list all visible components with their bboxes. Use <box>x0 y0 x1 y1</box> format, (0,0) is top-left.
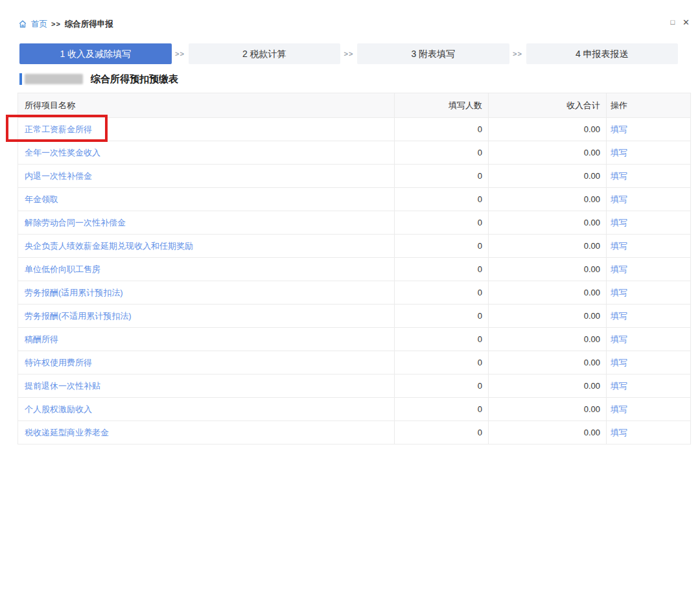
income-total-value: 0.00 <box>489 141 607 165</box>
table-row: 年金领取 0 0.00 填写 <box>18 188 691 211</box>
table-body: 正常工资薪金所得 0 0.00 填写 全年一次性奖金收入 0 0.00 填写 内… <box>18 118 691 444</box>
step-separator-icon: >> <box>509 50 526 58</box>
fill-count-value: 0 <box>395 351 489 375</box>
income-item-link[interactable]: 劳务报酬(适用累计预扣法) <box>25 288 123 297</box>
income-total-value: 0.00 <box>489 328 607 351</box>
fill-count-value: 0 <box>395 398 489 421</box>
income-item-link[interactable]: 个人股权激励收入 <box>25 404 92 414</box>
step-tab-income-fill[interactable]: 1 收入及减除填写 <box>19 43 172 64</box>
close-window-icon[interactable]: ✕ <box>682 18 690 27</box>
table-row: 税收递延型商业养老金 0 0.00 填写 <box>18 421 691 444</box>
step-tab-report-submit[interactable]: 4 申报表报送 <box>526 43 679 64</box>
fill-count-value: 0 <box>395 328 489 351</box>
window-controls: □ ✕ <box>670 18 690 27</box>
fill-action-link[interactable]: 填写 <box>611 428 627 437</box>
fill-count-value: 0 <box>395 258 489 281</box>
fill-count-value: 0 <box>395 188 489 211</box>
income-item-link[interactable]: 稿酬所得 <box>25 334 58 344</box>
step-tab-schedule-fill[interactable]: 3 附表填写 <box>357 43 509 64</box>
column-header-income-total: 收入合计 <box>489 93 607 118</box>
table-row: 全年一次性奖金收入 0 0.00 填写 <box>18 141 691 165</box>
fill-count-value: 0 <box>395 421 489 444</box>
income-item-link[interactable]: 正常工资薪金所得 <box>25 124 92 134</box>
fill-count-value: 0 <box>395 118 489 141</box>
income-item-link[interactable]: 特许权使用费所得 <box>25 358 92 367</box>
income-item-link[interactable]: 单位低价向职工售房 <box>25 264 100 274</box>
column-header-fill-count: 填写人数 <box>395 93 489 118</box>
fill-action-link[interactable]: 填写 <box>611 358 627 367</box>
fill-action-link[interactable]: 填写 <box>611 218 627 227</box>
fill-count-value: 0 <box>395 305 489 328</box>
fill-action-link[interactable]: 填写 <box>611 148 627 157</box>
income-total-value: 0.00 <box>489 375 607 398</box>
fill-action-link[interactable]: 填写 <box>611 194 627 204</box>
home-icon <box>18 19 27 29</box>
step-wizard: 1 收入及减除填写 >> 2 税款计算 >> 3 附表填写 >> 4 申报表报送 <box>19 43 678 64</box>
income-total-value: 0.00 <box>489 258 607 281</box>
income-item-link[interactable]: 年金领取 <box>25 194 58 204</box>
column-header-item-name: 所得项目名称 <box>18 93 395 118</box>
breadcrumb: 首页 >> 综合所得申报 <box>18 18 113 30</box>
fill-action-link[interactable]: 填写 <box>611 171 627 181</box>
table-row: 央企负责人绩效薪金延期兑现收入和任期奖励 0 0.00 填写 <box>18 235 691 258</box>
fill-count-value: 0 <box>395 235 489 258</box>
fill-action-link[interactable]: 填写 <box>611 264 627 274</box>
table-row: 特许权使用费所得 0 0.00 填写 <box>18 351 691 375</box>
fill-count-value: 0 <box>395 141 489 165</box>
step-tab-tax-calc[interactable]: 2 税款计算 <box>189 43 341 64</box>
table-row: 内退一次性补偿金 0 0.00 填写 <box>18 165 691 188</box>
income-total-value: 0.00 <box>489 165 607 188</box>
step-separator-icon: >> <box>172 50 189 58</box>
fill-action-link[interactable]: 填写 <box>611 288 627 297</box>
column-header-operation: 操作 <box>607 93 691 118</box>
income-item-link[interactable]: 劳务报酬(不适用累计预扣法) <box>25 311 132 321</box>
table-header-row: 所得项目名称 填写人数 收入合计 操作 <box>18 93 691 118</box>
table-row: 正常工资薪金所得 0 0.00 填写 <box>18 118 691 141</box>
table-row: 个人股权激励收入 0 0.00 填写 <box>18 398 691 421</box>
income-total-value: 0.00 <box>489 118 607 141</box>
income-total-value: 0.00 <box>489 305 607 328</box>
table-row: 单位低价向职工售房 0 0.00 填写 <box>18 258 691 281</box>
income-total-value: 0.00 <box>489 398 607 421</box>
fill-action-link[interactable]: 填写 <box>611 334 627 344</box>
income-item-link[interactable]: 全年一次性奖金收入 <box>25 148 100 157</box>
income-total-value: 0.00 <box>489 351 607 375</box>
section-title-row: 综合所得预扣预缴表 <box>19 72 178 86</box>
fill-action-link[interactable]: 填写 <box>611 404 627 414</box>
income-items-table: 所得项目名称 填写人数 收入合计 操作 正常工资薪金所得 0 0.00 填写 全… <box>18 93 690 444</box>
breadcrumb-home-link[interactable]: 首页 <box>31 19 47 30</box>
table-row: 提前退休一次性补贴 0 0.00 填写 <box>18 375 691 398</box>
income-total-value: 0.00 <box>489 421 607 444</box>
fill-action-link[interactable]: 填写 <box>611 241 627 251</box>
income-total-value: 0.00 <box>489 211 607 235</box>
page-title: 综合所得预扣预缴表 <box>91 73 178 86</box>
table-row: 稿酬所得 0 0.00 填写 <box>18 328 691 351</box>
fill-count-value: 0 <box>395 281 489 305</box>
income-total-value: 0.00 <box>489 235 607 258</box>
income-total-value: 0.00 <box>489 281 607 305</box>
fill-count-value: 0 <box>395 211 489 235</box>
title-marker <box>19 73 22 85</box>
fill-action-link[interactable]: 填写 <box>611 381 627 391</box>
income-item-link[interactable]: 内退一次性补偿金 <box>25 171 92 181</box>
restore-window-icon[interactable]: □ <box>670 18 675 27</box>
redacted-text <box>25 74 83 84</box>
income-item-link[interactable]: 税收递延型商业养老金 <box>25 428 109 437</box>
step-separator-icon: >> <box>340 50 357 58</box>
breadcrumb-separator: >> <box>51 20 61 28</box>
fill-action-link[interactable]: 填写 <box>611 124 627 134</box>
table-row: 解除劳动合同一次性补偿金 0 0.00 填写 <box>18 211 691 235</box>
breadcrumb-current-page: 综合所得申报 <box>65 19 113 30</box>
fill-count-value: 0 <box>395 375 489 398</box>
table-row: 劳务报酬(适用累计预扣法) 0 0.00 填写 <box>18 281 691 305</box>
income-total-value: 0.00 <box>489 188 607 211</box>
income-item-link[interactable]: 央企负责人绩效薪金延期兑现收入和任期奖励 <box>25 241 193 251</box>
table-row: 劳务报酬(不适用累计预扣法) 0 0.00 填写 <box>18 305 691 328</box>
fill-count-value: 0 <box>395 165 489 188</box>
income-item-link[interactable]: 提前退休一次性补贴 <box>25 381 100 391</box>
income-item-link[interactable]: 解除劳动合同一次性补偿金 <box>25 218 126 227</box>
fill-action-link[interactable]: 填写 <box>611 311 627 321</box>
